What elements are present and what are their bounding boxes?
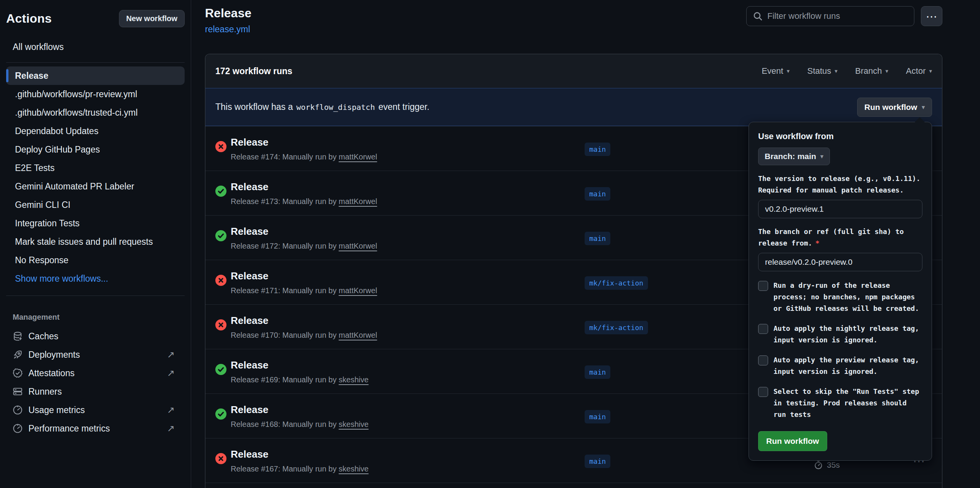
search-icon (753, 11, 763, 21)
branch-badge[interactable]: main (585, 455, 610, 468)
external-link-icon: ↗ (167, 423, 175, 434)
branch-badge[interactable]: main (585, 232, 610, 245)
branch-badge[interactable]: main (585, 187, 610, 201)
actor-link[interactable]: mattKorwel (339, 286, 377, 295)
run-title[interactable]: Release (231, 404, 268, 416)
run-title[interactable]: Release (231, 181, 268, 193)
run-title[interactable]: Release (231, 136, 268, 148)
failure-icon (215, 319, 226, 330)
sidebar-item-e2e-tests[interactable]: E2E Tests (6, 159, 185, 177)
ref-input[interactable] (758, 253, 922, 271)
meter-icon (13, 423, 23, 433)
run-title[interactable]: Release (231, 359, 268, 371)
run-description: Release #169: Manually run by skeshive (231, 375, 369, 384)
new-workflow-button[interactable]: New workflow (119, 10, 185, 27)
branch-badge[interactable]: main (585, 143, 610, 156)
actor-link[interactable]: skeshive (339, 375, 369, 384)
filter-runs-input[interactable] (767, 11, 908, 21)
version-input[interactable] (758, 200, 922, 218)
sidebar-item-usage-metrics[interactable]: Usage metrics ↗ (6, 401, 185, 419)
branch-badge[interactable]: mk/fix-action (585, 276, 648, 290)
run-title[interactable]: Release (231, 315, 268, 327)
branch-badge[interactable]: mk/fix-action (585, 321, 648, 334)
sidebar-item-caches[interactable]: Caches (6, 327, 185, 345)
sidebar-item-gemini-cli-ci[interactable]: Gemini CLI CI (6, 196, 185, 214)
run-filters: Event▾ Status▾ Branch▾ Actor▾ (762, 66, 932, 76)
skip-tests-checkbox[interactable] (758, 387, 768, 397)
sidebar-item-attestations[interactable]: Attestations ↗ (6, 364, 185, 382)
verified-icon (13, 368, 23, 378)
chevron-down-icon: ▾ (886, 68, 889, 75)
run-description: Release #174: Manually run by mattKorwel (231, 153, 377, 161)
chevron-down-icon: ▾ (787, 68, 790, 75)
external-link-icon: ↗ (167, 368, 175, 378)
runs-panel-header: 172 workflow runs Event▾ Status▾ Branch▾… (205, 54, 942, 88)
sidebar-item-mark-stale[interactable]: Mark stale issues and pull requests (6, 232, 185, 251)
workflow-dispatch-banner: This workflow has a workflow_dispatch ev… (205, 88, 942, 126)
actor-link[interactable]: skeshive (339, 465, 369, 473)
sidebar-item-no-response[interactable]: No Response (6, 251, 185, 269)
preview-tag-checkbox[interactable] (758, 355, 768, 365)
actor-link[interactable]: mattKorwel (339, 197, 377, 206)
branch-badge[interactable]: main (585, 410, 610, 423)
run-title[interactable]: Release (231, 448, 268, 460)
run-title[interactable]: Release (231, 226, 268, 237)
sidebar-item-pr-review[interactable]: .github/workflows/pr-review.yml (6, 85, 185, 103)
failure-icon (215, 453, 226, 464)
actor-link[interactable]: mattKorwel (339, 242, 377, 250)
sidebar-item-release[interactable]: Release (6, 66, 185, 85)
sidebar-item-integration-tests[interactable]: Integration Tests (6, 214, 185, 232)
ref-field-description: The branch or ref (full git sha) to rele… (758, 226, 922, 249)
header-kebab-button[interactable]: ⋯ (921, 6, 942, 26)
actor-link[interactable]: skeshive (339, 420, 369, 428)
run-workflow-dropdown-button[interactable]: Run workflow ▾ (857, 98, 932, 117)
filter-event[interactable]: Event▾ (762, 66, 790, 76)
run-workflow-submit-button[interactable]: Run workflow (758, 431, 827, 451)
run-description: Release #168: Manually run by skeshive (231, 420, 369, 429)
run-description: Release #173: Manually run by mattKorwel (231, 197, 377, 206)
sidebar-item-runners[interactable]: Runners (6, 382, 185, 401)
management-heading: Management (6, 313, 185, 322)
runs-count: 172 workflow runs (215, 66, 293, 76)
server-icon (13, 387, 23, 397)
selected-accent-bar (6, 69, 8, 82)
run-workflow-popover: Use workflow from Branch: main ▾ The ver… (749, 122, 932, 461)
show-more-workflows-link[interactable]: Show more workflows... (6, 269, 185, 288)
actor-link[interactable]: mattKorwel (339, 153, 377, 161)
sidebar-divider (6, 62, 185, 63)
actions-page: Actions New workflow All workflows Relea… (0, 0, 980, 488)
partial-run-row (205, 483, 942, 488)
sidebar-item-deploy-github-pages[interactable]: Deploy GitHub Pages (6, 140, 185, 159)
run-title[interactable]: Release (231, 270, 268, 282)
actor-link[interactable]: mattKorwel (339, 331, 377, 339)
failure-icon (215, 141, 226, 152)
chevron-down-icon: ▾ (929, 68, 932, 75)
filter-status[interactable]: Status▾ (807, 66, 838, 76)
filter-actor[interactable]: Actor▾ (906, 66, 932, 76)
main-header: Release release.yml ⋯ (205, 0, 942, 54)
required-asterisk: * (815, 239, 820, 247)
sidebar-item-performance-metrics[interactable]: Performance metrics ↗ (6, 419, 185, 438)
sidebar-title: Actions (6, 12, 52, 26)
meter-icon (13, 405, 23, 415)
nightly-tag-option: Auto apply the nightly release tag, inpu… (758, 323, 922, 346)
sidebar-item-deployments[interactable]: Deployments ↗ (6, 345, 185, 364)
chevron-down-icon: ▾ (820, 153, 823, 160)
dry-run-checkbox[interactable] (758, 281, 768, 291)
run-description: Release #171: Manually run by mattKorwel (231, 286, 377, 295)
run-duration: 35s (814, 460, 865, 470)
workflow-file-link[interactable]: release.yml (205, 24, 250, 35)
cache-icon (13, 331, 23, 341)
filter-runs-search[interactable] (746, 6, 914, 26)
success-icon (215, 364, 226, 375)
version-field-description: The version to release (e.g., v0.1.11). … (758, 173, 922, 196)
branch-selector-button[interactable]: Branch: main ▾ (758, 148, 830, 165)
branch-badge[interactable]: main (585, 365, 610, 379)
nightly-tag-checkbox[interactable] (758, 324, 768, 334)
sidebar-item-gemini-pr-labeler[interactable]: Gemini Automated PR Labeler (6, 177, 185, 196)
sidebar-item-dependabot-updates[interactable]: Dependabot Updates (6, 122, 185, 140)
chevron-down-icon: ▾ (922, 104, 925, 111)
sidebar-item-trusted-ci[interactable]: .github/workflows/trusted-ci.yml (6, 103, 185, 122)
all-workflows-link[interactable]: All workflows (6, 42, 185, 52)
filter-branch[interactable]: Branch▾ (855, 66, 888, 76)
